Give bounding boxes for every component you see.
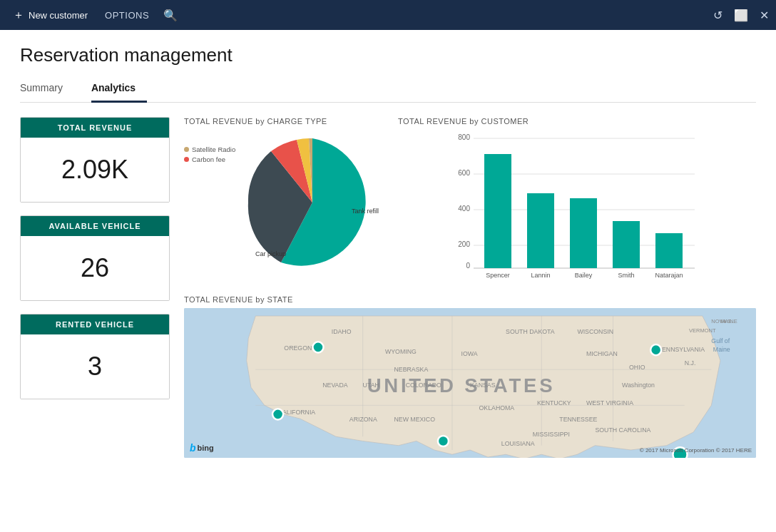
- map-dot-3: [438, 436, 449, 446]
- plus-icon: ＋: [13, 8, 24, 23]
- legend-label-satellite: Satellite Radio: [192, 145, 235, 153]
- legend-label-carbon: Carbon fee: [192, 155, 225, 163]
- close-icon[interactable]: ✕: [760, 9, 769, 22]
- tabs: Summary Analytics: [20, 76, 756, 103]
- bing-logo: b bing: [190, 442, 214, 454]
- map-label-michigan: MICHIGAN: [586, 350, 618, 357]
- map-dot-2: [272, 409, 283, 419]
- kpi-value-total-revenue: 2.09K: [21, 138, 169, 202]
- kpi-header-total-revenue: TOTAL REVENUE: [21, 118, 169, 138]
- pie-chart-svg: Tank refill Car pickup: [241, 131, 384, 274]
- map-label-south-carolina: SOUTH CAROLINA: [595, 426, 650, 434]
- map-title: TOTAL REVENUE by STATE: [184, 295, 756, 304]
- kpi-card-available-vehicle: AVAILABLE VEHICLE 26: [20, 215, 170, 301]
- pie-label-car-pickup: Car pickup: [255, 250, 286, 257]
- map-label-washington-dc: Washington: [622, 382, 655, 389]
- bing-icon: b: [190, 442, 196, 454]
- y-label-800: 800: [458, 133, 470, 141]
- map-label-arizona: ARIZONA: [349, 416, 377, 423]
- map-label-pennsylvania: PENNSYLVANIA: [658, 346, 705, 353]
- search-icon[interactable]: 🔍: [163, 9, 178, 22]
- map-label-iowa: IOWA: [461, 350, 477, 357]
- bar-smith: [613, 221, 640, 268]
- bar-bailey: [570, 198, 597, 268]
- legend-satellite-radio: Satellite Radio: [184, 145, 235, 153]
- map-label-mississippi: MISSISSIPPI: [533, 431, 570, 438]
- y-label-600: 600: [458, 169, 470, 177]
- bar-chart-container: TOTAL REVENUE by CUSTOMER 800 600 400 20…: [398, 117, 756, 284]
- bar-label-natarajan: Natarajan: [655, 272, 683, 279]
- bar-chart-title: TOTAL REVENUE by CUSTOMER: [398, 117, 756, 126]
- bar-label-bailey: Bailey: [575, 272, 593, 279]
- content-area: TOTAL REVENUE 2.09K AVAILABLE VEHICLE 26…: [20, 103, 756, 512]
- legend-dot-carbon: [184, 157, 189, 162]
- map-label-colorado: COLORADO: [406, 382, 441, 389]
- map-svg: UNITED STATES OREGON IDAHO SOUTH DAKOTA …: [184, 308, 756, 458]
- pie-chart-title: TOTAL REVENUE by CHARGE TYPE: [184, 117, 384, 126]
- map-label-oregon: OREGON: [284, 344, 312, 352]
- kpi-value-rented-vehicle: 3: [21, 334, 169, 399]
- kpi-card-rented-vehicle: RENTED VEHICLE 3: [20, 314, 170, 399]
- topbar-icons: ↺ ⬜ ✕: [713, 9, 769, 22]
- map-label-kentucky: KENTUCKY: [537, 399, 571, 406]
- y-label-0: 0: [466, 262, 470, 270]
- y-label-200: 200: [458, 240, 470, 248]
- tab-analytics[interactable]: Analytics: [91, 76, 147, 103]
- options-button[interactable]: OPTIONS: [105, 10, 149, 21]
- map-label-nevada: NEVADA: [322, 382, 348, 389]
- map-label-wisconsin: WISCONSIN: [577, 328, 613, 335]
- bing-text: bing: [198, 444, 214, 452]
- maximize-icon[interactable]: ⬜: [734, 9, 748, 22]
- map-label-nebraska: NEBRASKA: [394, 366, 428, 373]
- bar-spencer: [484, 154, 511, 268]
- map-dot-1: [312, 342, 323, 352]
- map-label-south-dakota: SOUTH DAKOTA: [506, 328, 555, 335]
- map-label-gulf-maine: Gulf of: [711, 337, 730, 344]
- kpi-card-total-revenue: TOTAL REVENUE 2.09K: [20, 117, 170, 203]
- page-title: Reservation management: [20, 44, 756, 66]
- map-label-idaho: IDAHO: [332, 328, 352, 335]
- map-label-gulf-maine2: Maine: [713, 346, 730, 353]
- main-content: Reservation management Summary Analytics…: [0, 30, 776, 532]
- pie-chart-container: TOTAL REVENUE by CHARGE TYPE Satellite R…: [184, 117, 384, 274]
- map-us-label: UNITED STATES: [367, 374, 556, 397]
- map-label-new-mexico: NEW MEXICO: [394, 416, 435, 423]
- map-label-nj: N.J.: [685, 359, 696, 367]
- map-label-west-virginia: WEST VIRGINIA: [586, 399, 633, 406]
- map-label-louisiana: LOUISIANA: [501, 440, 535, 447]
- new-customer-label: New customer: [29, 10, 88, 21]
- kpi-header-rented-vehicle: RENTED VEHICLE: [21, 314, 169, 334]
- charts-top-row: TOTAL REVENUE by CHARGE TYPE Satellite R…: [184, 117, 756, 284]
- map-wrapper: UNITED STATES OREGON IDAHO SOUTH DAKOTA …: [184, 308, 756, 458]
- kpi-column: TOTAL REVENUE 2.09K AVAILABLE VEHICLE 26…: [20, 117, 170, 512]
- map-label-vermont: VERMONT: [689, 327, 716, 334]
- legend-carbon-fee: Carbon fee: [184, 155, 235, 163]
- map-label-oklahoma: OKLAHOMA: [479, 404, 515, 411]
- bar-chart-svg: 800 600 400 200 0 Spe: [398, 131, 756, 281]
- map-label-wyoming: WYOMING: [385, 348, 417, 355]
- map-dot-4: [650, 344, 661, 355]
- bar-natarajan: [655, 233, 683, 268]
- refresh-icon[interactable]: ↺: [713, 9, 723, 22]
- bar-lannin: [527, 193, 554, 268]
- map-label-utah: UTAH: [363, 382, 379, 389]
- map-copyright: © 2017 Microsoft Corporation © 2017 HERE: [640, 447, 752, 454]
- legend-dot-satellite: [184, 147, 189, 152]
- y-label-400: 400: [458, 205, 470, 213]
- bar-label-smith: Smith: [618, 272, 634, 279]
- bar-label-lannin: Lannin: [531, 272, 550, 279]
- tab-summary[interactable]: Summary: [20, 76, 74, 103]
- pie-label-tank-refill: Tank refill: [352, 208, 379, 215]
- topbar: ＋ New customer OPTIONS 🔍 ↺ ⬜ ✕: [0, 0, 776, 30]
- map-label-ohio: OHIO: [629, 364, 645, 371]
- pie-legend: Satellite Radio Carbon fee: [184, 145, 235, 163]
- new-customer-button[interactable]: ＋ New customer: [7, 5, 93, 26]
- charts-column: TOTAL REVENUE by CHARGE TYPE Satellite R…: [184, 117, 756, 512]
- map-label-maine: MAINE: [720, 318, 737, 324]
- kpi-value-available-vehicle: 26: [21, 236, 169, 300]
- map-label-tennessee: TENNESSEE: [559, 416, 597, 423]
- map-container: TOTAL REVENUE by STATE: [184, 295, 756, 458]
- map-label-kansas: KANSAS: [470, 382, 496, 389]
- kpi-header-available-vehicle: AVAILABLE VEHICLE: [21, 216, 169, 236]
- bar-label-spencer: Spencer: [486, 272, 510, 279]
